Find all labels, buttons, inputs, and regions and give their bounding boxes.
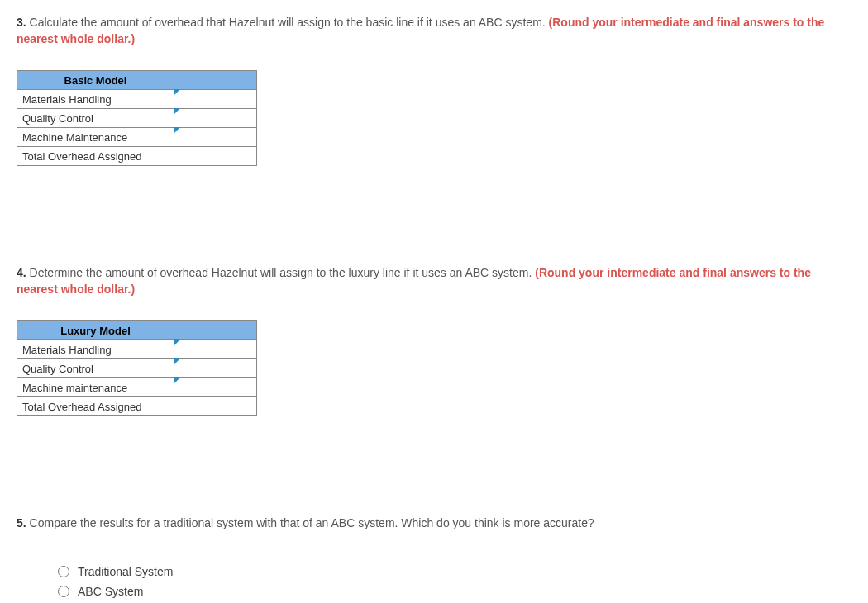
dropdown-indicator-icon <box>174 377 180 384</box>
q4-value-header <box>174 321 257 340</box>
q3-table: Basic Model Materials Handling Quality C… <box>17 70 257 166</box>
table-row: Machine Maintenance <box>17 128 257 147</box>
q4-input-cell-1[interactable] <box>174 359 257 378</box>
q5-option-traditional[interactable]: Traditional System <box>58 565 851 578</box>
q4-table: Luxury Model Materials Handling Quality … <box>17 320 257 416</box>
question-4-text: 4. Determine the amount of overhead Haze… <box>17 265 851 297</box>
q5-option-label-0: Traditional System <box>78 565 173 578</box>
q5-option-label-1: ABC System <box>78 585 143 598</box>
q5-radio-traditional[interactable] <box>58 566 69 577</box>
question-3-text: 3. Calculate the amount of overhead that… <box>17 15 851 47</box>
q5-number: 5. <box>17 516 26 529</box>
q3-input-cell-3[interactable] <box>174 147 257 166</box>
table-row: Total Overhead Assigned <box>17 397 257 416</box>
dropdown-indicator-icon <box>174 127 180 134</box>
dropdown-indicator-icon <box>174 89 180 96</box>
question-5: 5. Compare the results for a traditional… <box>17 515 851 598</box>
table-row: Total Overhead Assigned <box>17 147 257 166</box>
q3-value-header <box>174 71 257 90</box>
q4-body: Determine the amount of overhead Hazelnu… <box>26 266 536 279</box>
dropdown-indicator-icon <box>174 108 180 115</box>
q4-row-label-3: Total Overhead Assigned <box>17 397 174 416</box>
q3-number: 3. <box>17 16 26 29</box>
q3-input-3[interactable] <box>174 147 256 165</box>
q4-input-3[interactable] <box>174 397 256 415</box>
table-row: Machine maintenance <box>17 378 257 397</box>
q3-input-cell-2[interactable] <box>174 128 257 147</box>
q3-row-label-0: Materials Handling <box>17 90 174 109</box>
dropdown-indicator-icon <box>174 339 180 346</box>
q3-input-2[interactable] <box>174 128 256 146</box>
q4-row-label-1: Quality Control <box>17 359 174 378</box>
table-row: Quality Control <box>17 359 257 378</box>
q4-input-cell-2[interactable] <box>174 378 257 397</box>
q4-row-label-2: Machine maintenance <box>17 378 174 397</box>
q4-input-cell-3[interactable] <box>174 397 257 416</box>
q4-row-label-0: Materials Handling <box>17 340 174 359</box>
table-row: Materials Handling <box>17 90 257 109</box>
q5-body: Compare the results for a traditional sy… <box>26 516 594 529</box>
q3-row-label-1: Quality Control <box>17 109 174 128</box>
q3-table-header: Basic Model <box>17 71 174 90</box>
q3-row-label-3: Total Overhead Assigned <box>17 147 174 166</box>
q4-number: 4. <box>17 266 26 279</box>
q3-input-cell-1[interactable] <box>174 109 257 128</box>
q4-input-2[interactable] <box>174 378 256 396</box>
q5-radio-abc[interactable] <box>58 586 69 597</box>
table-row: Materials Handling <box>17 340 257 359</box>
table-row: Quality Control <box>17 109 257 128</box>
q4-table-header: Luxury Model <box>17 321 174 340</box>
q3-input-1[interactable] <box>174 109 256 127</box>
question-4: 4. Determine the amount of overhead Haze… <box>17 265 851 416</box>
q4-input-1[interactable] <box>174 359 256 377</box>
question-3: 3. Calculate the amount of overhead that… <box>17 15 851 166</box>
question-5-text: 5. Compare the results for a traditional… <box>17 515 851 532</box>
dropdown-indicator-icon <box>174 358 180 365</box>
q4-input-0[interactable] <box>174 340 256 358</box>
q4-input-cell-0[interactable] <box>174 340 257 359</box>
q3-input-0[interactable] <box>174 90 256 108</box>
q5-option-abc[interactable]: ABC System <box>58 585 851 598</box>
q3-body: Calculate the amount of overhead that Ha… <box>26 16 549 29</box>
q3-row-label-2: Machine Maintenance <box>17 128 174 147</box>
q5-radio-group: Traditional System ABC System <box>58 565 851 598</box>
q3-input-cell-0[interactable] <box>174 90 257 109</box>
